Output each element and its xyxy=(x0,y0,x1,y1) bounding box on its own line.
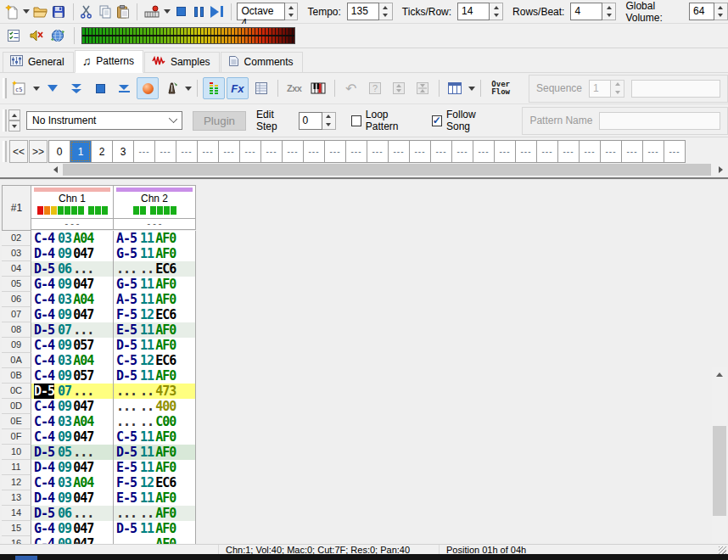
pattern-cell[interactable]: C-403A04 xyxy=(31,231,114,246)
effect-cell[interactable]: AF0 xyxy=(155,338,176,353)
record-toggle-icon[interactable] xyxy=(137,77,159,99)
instrument-cell[interactable]: 07 xyxy=(58,322,71,338)
effect-cell[interactable]: AF0 xyxy=(155,521,176,536)
global-volume-spinner[interactable]: 64 xyxy=(689,3,728,20)
pattern-cell[interactable]: A-511AF0 xyxy=(114,231,196,246)
column-visibility-icon[interactable] xyxy=(444,77,466,99)
order-cell[interactable]: --- xyxy=(642,140,664,163)
loop-pattern-checkbox[interactable]: Loop Pattern xyxy=(351,109,420,132)
ticks-row-spinner[interactable]: 14 xyxy=(457,3,503,20)
pattern-cell[interactable]: G-511AF0 xyxy=(114,246,196,261)
effect-cell[interactable]: AF0 xyxy=(155,445,176,460)
stop-pattern-icon[interactable] xyxy=(89,77,111,99)
undo-icon[interactable]: ↶ xyxy=(340,77,362,99)
instrument-cell[interactable]: 09 xyxy=(58,429,71,445)
order-cell[interactable]: --- xyxy=(345,140,367,163)
effect-cell[interactable]: 057 xyxy=(73,368,93,384)
effect-cell[interactable]: ... xyxy=(73,322,93,338)
instrument-cell[interactable]: 09 xyxy=(58,307,71,322)
order-next-button[interactable]: >> xyxy=(29,140,48,163)
effect-cell[interactable]: 473 xyxy=(155,384,176,399)
toolbar-gripper[interactable] xyxy=(3,78,7,98)
instrument-cell[interactable]: 11 xyxy=(140,490,154,506)
pattern-cell[interactable]: C-511AF0 xyxy=(114,429,196,445)
octave-value[interactable]: Octave 4 xyxy=(237,3,284,20)
pattern-cell[interactable]: C-403A04 xyxy=(31,414,114,429)
instrument-cell[interactable]: 06 xyxy=(58,506,71,521)
pattern-cell[interactable]: E-511AF0 xyxy=(114,490,196,506)
instrument-cell[interactable]: 09 xyxy=(58,521,71,536)
note-cell[interactable]: C-4 xyxy=(34,399,54,414)
note-cell[interactable]: G-5 xyxy=(116,277,137,292)
effect-cell[interactable]: 047 xyxy=(73,521,93,536)
note-cell[interactable]: F-5 xyxy=(116,307,137,322)
instrument-cell[interactable]: 11 xyxy=(140,322,154,338)
note-cell[interactable]: C-4 xyxy=(34,368,54,384)
pattern-properties-icon[interactable] xyxy=(250,77,272,99)
pattern-editor[interactable]: #1 Chn 1Chn 2 ------ 02C-403A04A-511AF00… xyxy=(0,180,728,544)
effect-cell[interactable]: 047 xyxy=(73,490,93,506)
tempo-spinner[interactable]: 135 xyxy=(347,3,393,20)
pattern-help-icon[interactable]: ? xyxy=(364,77,386,99)
pattern-cell[interactable]: D-511AF0 xyxy=(114,338,196,353)
new-file-icon[interactable] xyxy=(4,3,20,21)
play-icon[interactable] xyxy=(209,3,224,21)
instrument-cell[interactable]: 06 xyxy=(58,261,71,277)
pattern-cell[interactable]: G-511AF0 xyxy=(114,277,196,292)
instrument-stepper[interactable] xyxy=(8,109,20,132)
note-cell[interactable]: C-4 xyxy=(34,429,54,445)
instrument-cell[interactable]: 11 xyxy=(140,231,154,246)
pause-icon[interactable] xyxy=(191,3,206,21)
instrument-cell[interactable]: 09 xyxy=(58,460,71,475)
note-cell[interactable]: D-5 xyxy=(116,445,137,460)
instrument-cell[interactable]: 03 xyxy=(58,231,71,246)
note-cell[interactable]: C-4 xyxy=(34,338,54,353)
note-cell[interactable]: A-5 xyxy=(116,292,137,307)
effect-cell[interactable]: 047 xyxy=(73,460,93,475)
cut-icon[interactable] xyxy=(79,3,94,21)
new-pattern-dropdown[interactable] xyxy=(33,87,40,91)
order-cell[interactable]: --- xyxy=(664,140,686,163)
channel-plugin-slot[interactable]: --- xyxy=(31,219,114,230)
note-cell[interactable]: F-5 xyxy=(116,475,137,490)
copy-icon[interactable] xyxy=(98,3,113,21)
scroll-up-icon[interactable] xyxy=(712,367,727,382)
effect-cell[interactable]: 047 xyxy=(73,307,93,322)
order-cell[interactable]: --- xyxy=(621,140,643,163)
note-cell[interactable]: ... xyxy=(116,384,137,399)
effect-cell[interactable]: ... xyxy=(73,506,93,521)
effect-cell[interactable]: C00 xyxy=(155,414,176,429)
options-checklist-icon[interactable] xyxy=(4,26,23,45)
play-from-start-icon[interactable] xyxy=(113,77,135,99)
instrument-cell[interactable]: .. xyxy=(140,414,154,429)
pattern-cell[interactable]: G-409047 xyxy=(31,307,114,322)
effect-cell[interactable]: 057 xyxy=(73,338,93,353)
note-cell[interactable]: ... xyxy=(116,399,137,414)
effect-cell[interactable]: AF0 xyxy=(155,429,176,445)
channel-plugin-slot[interactable]: --- xyxy=(114,219,196,230)
order-cell[interactable]: --- xyxy=(324,140,346,163)
tab-patterns[interactable]: ♫ Patterns xyxy=(75,50,143,73)
effect-cell[interactable]: A04 xyxy=(73,292,93,307)
effect-cell[interactable]: AF0 xyxy=(155,231,176,246)
pattern-cell[interactable]: E-511AF0 xyxy=(114,460,196,475)
ticks-row-value[interactable]: 14 xyxy=(457,3,490,20)
order-cell[interactable]: --- xyxy=(409,140,431,163)
pattern-cell[interactable]: C-409057 xyxy=(31,368,114,384)
column-visibility-dropdown[interactable] xyxy=(468,87,475,91)
order-cell[interactable]: --- xyxy=(239,140,261,163)
edit-step-spinner[interactable]: 0 xyxy=(299,112,336,130)
order-cell[interactable]: --- xyxy=(260,140,283,163)
order-cell[interactable]: --- xyxy=(154,140,176,163)
note-cell[interactable]: D-4 xyxy=(34,490,54,506)
tab-general[interactable]: General xyxy=(3,52,74,72)
instrument-cell[interactable]: 05 xyxy=(58,445,71,460)
effect-cell[interactable]: EC6 xyxy=(155,261,176,277)
note-cell[interactable]: ... xyxy=(116,506,137,521)
pattern-cell[interactable]: C-403A04 xyxy=(31,353,114,368)
pattern-cell[interactable]: D-507... xyxy=(31,384,114,399)
pattern-vscrollbar[interactable] xyxy=(712,367,727,560)
order-cell[interactable]: --- xyxy=(133,140,155,163)
order-cell[interactable]: --- xyxy=(388,140,410,163)
paste-icon[interactable] xyxy=(115,3,131,21)
